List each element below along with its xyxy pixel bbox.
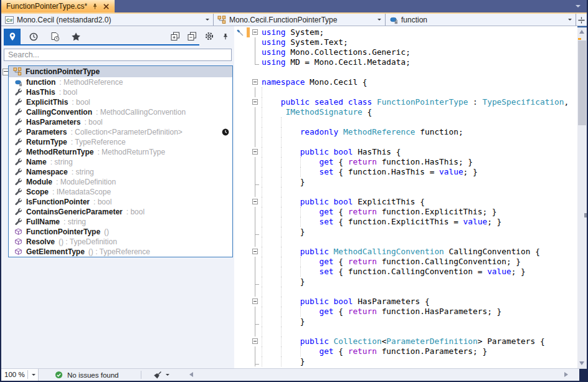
code-text: } — [262, 277, 305, 287]
code-line[interactable]: readonly MethodReference function; — [234, 127, 577, 137]
location-pin-tab-button[interactable] — [4, 29, 21, 44]
code-line[interactable]: get { return function.ExplicitThis; } — [234, 207, 577, 217]
close-tab-icon[interactable] — [103, 3, 110, 10]
fold-collapse-box[interactable] — [251, 297, 261, 307]
tree-member-ReturnType[interactable]: ReturnType : TypeReference — [9, 137, 232, 147]
fold-collapse-box[interactable] — [251, 247, 261, 257]
favorites-star-tab-button[interactable] — [67, 29, 84, 44]
search-input[interactable] — [4, 49, 232, 61]
code-line[interactable]: set { function.CallingConvention = value… — [234, 267, 577, 277]
code-line[interactable]: public MethodCallingConvention CallingCo… — [234, 247, 577, 257]
history-clock-tab-button[interactable] — [25, 29, 42, 44]
tree-member-Parameters[interactable]: Parameters : Collection<ParameterDefinit… — [9, 127, 232, 137]
code-line[interactable]: using Mono.Collections.Generic; — [234, 47, 577, 57]
pin-button[interactable] — [222, 32, 229, 43]
tree-member-IsFunctionPointer[interactable]: IsFunctionPointer : bool — [9, 197, 232, 207]
tree-member-ContainsGenericParameter[interactable]: ContainsGenericParameter : bool — [9, 207, 232, 217]
outline-guide — [251, 107, 261, 117]
tree-member-Namespace[interactable]: Namespace : string — [9, 167, 232, 177]
zoom-level-dropdown[interactable]: 100 % — [1, 369, 39, 381]
chevron-down-icon[interactable] — [166, 374, 169, 378]
code-line[interactable] — [234, 287, 577, 297]
code-line[interactable] — [234, 187, 577, 197]
indent-guide — [281, 117, 282, 127]
code-line[interactable]: get { return function.CallingConvention;… — [234, 257, 577, 267]
code-line[interactable]: get { return function.HasThis; } — [234, 157, 577, 167]
tree-member-GetElementType[interactable]: GetElementType() : TypeReference — [9, 247, 232, 257]
code-line[interactable]: } — [234, 356, 577, 366]
indent-guide — [262, 87, 263, 97]
vertical-scrollbar[interactable] — [577, 26, 587, 369]
scroll-left-arrow-icon[interactable] — [189, 372, 193, 377]
code-line[interactable]: set { function.ExplicitThis = value; } — [234, 217, 577, 227]
indent-guide — [281, 237, 282, 247]
indent-guide — [262, 117, 263, 127]
tree-member-FunctionPointerType[interactable]: FunctionPointerType() — [9, 227, 232, 237]
tree-member-Scope[interactable]: Scope : IMetadataScope — [9, 187, 232, 197]
fold-collapse-box[interactable] — [251, 77, 261, 87]
code-line[interactable]: using MD = Mono.Cecil.Metadata; — [234, 57, 577, 67]
outline-guide — [251, 257, 261, 267]
tree-member-CallingConvention[interactable]: CallingConvention : MethodCallingConvent… — [9, 107, 232, 117]
document-health-indicator[interactable]: No issues found — [55, 369, 118, 381]
collapse-all-button[interactable] — [187, 32, 197, 44]
tree-member-HasThis[interactable]: HasThis : bool — [9, 87, 232, 97]
tree-root-node[interactable]: FunctionPointerType — [9, 66, 232, 77]
tree-member-Module[interactable]: Module : ModuleDefinition — [9, 177, 232, 187]
code-editor[interactable]: using System;using System.Text;using Mon… — [234, 26, 587, 369]
project-dropdown[interactable]: C# Mono.Cecil (netstandard2.0) — [1, 14, 214, 26]
code-line[interactable] — [234, 87, 577, 97]
fold-collapse-box[interactable] — [251, 147, 261, 157]
code-cleanup-broom-icon[interactable] — [153, 370, 163, 380]
tab-list-chevron-icon[interactable] — [576, 5, 581, 10]
code-line[interactable]: set { function.HasThis = value; } — [234, 167, 577, 177]
pin-tab-icon[interactable] — [92, 3, 98, 10]
member-name: GetElementType — [26, 247, 85, 256]
fold-collapse-box[interactable] — [251, 27, 261, 37]
settings-gear-button[interactable] — [204, 31, 214, 44]
tree-member-ExplicitThis[interactable]: ExplicitThis : bool — [9, 97, 232, 107]
code-line[interactable]: } — [234, 227, 577, 237]
code-line[interactable] — [234, 237, 577, 247]
split-window-button[interactable] — [576, 14, 587, 26]
fold-collapse-box[interactable] — [251, 197, 261, 207]
fold-collapse-box[interactable] — [251, 337, 261, 346]
tree-member-HasParameters[interactable]: HasParameters : bool — [9, 117, 232, 127]
code-line[interactable]: IMethodSignature { — [234, 107, 577, 117]
code-line[interactable]: } — [234, 177, 577, 187]
code-line[interactable]: public Collection<ParameterDefinition> P… — [234, 337, 577, 346]
code-line[interactable]: using System; — [234, 27, 577, 37]
tree-member-FullName[interactable]: FullName : string — [9, 217, 232, 227]
code-line[interactable]: } — [234, 317, 577, 327]
tree-member-MethodReturnType[interactable]: MethodReturnType : MethodReturnType — [9, 147, 232, 157]
code-line[interactable] — [234, 117, 577, 127]
code-line[interactable]: public bool ExplicitThis { — [234, 197, 577, 207]
scroll-right-arrow-icon[interactable] — [564, 372, 568, 377]
code-line[interactable]: public sealed class FunctionPointerType … — [234, 97, 577, 107]
document-tab[interactable]: FunctionPointerType.cs* — [1, 0, 115, 12]
code-line[interactable]: namespace Mono.Cecil { — [234, 77, 577, 87]
code-line[interactable] — [234, 137, 577, 147]
tree-member-Resolve[interactable]: Resolve() : TypeDefinition — [9, 237, 232, 247]
code-line[interactable]: get { return function.Parameters; } — [234, 346, 577, 356]
fold-collapse-box[interactable] — [251, 97, 261, 107]
outline-guide — [251, 167, 261, 177]
expand-all-button[interactable] — [171, 32, 180, 44]
scroll-down-arrow-icon[interactable] — [579, 361, 584, 365]
code-line[interactable] — [234, 327, 577, 337]
scroll-up-arrow-icon[interactable] — [579, 30, 584, 34]
code-line[interactable]: public bool HasParameters { — [234, 297, 577, 307]
type-dropdown[interactable]: Mono.Cecil.FunctionPointerType — [214, 14, 386, 26]
code-line[interactable]: get { return function.HasParameters; } — [234, 307, 577, 317]
code-line[interactable]: } — [234, 277, 577, 287]
code-line[interactable]: public bool HasThis { — [234, 147, 577, 157]
member-dropdown[interactable]: function — [386, 14, 576, 26]
code-line[interactable]: using System.Text; — [234, 37, 577, 47]
pending-document-tab-button[interactable] — [46, 29, 63, 44]
tree-member-Name[interactable]: Name : string — [9, 157, 232, 167]
scrollbar-thumb[interactable] — [578, 41, 586, 125]
panel-toolbar-tabs — [4, 29, 84, 44]
code-line[interactable] — [234, 67, 577, 77]
tree-member-function[interactable]: function : MethodReference — [9, 77, 232, 87]
outline-guide — [251, 287, 261, 297]
